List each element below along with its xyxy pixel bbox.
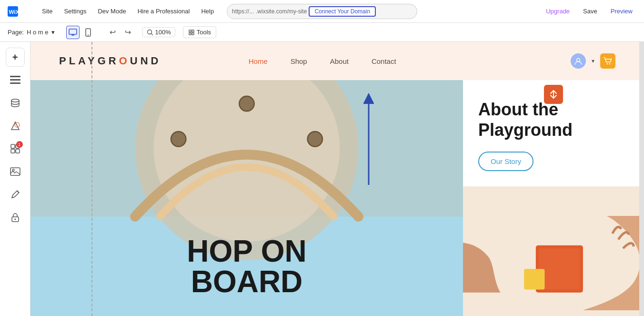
chevron-down-icon: ▾	[592, 58, 594, 64]
svg-point-16	[11, 99, 19, 102]
svg-point-26	[14, 219, 16, 220]
svg-rect-11	[189, 33, 191, 35]
svg-point-36	[171, 132, 186, 146]
svg-rect-12	[192, 33, 194, 35]
cart-icon[interactable]	[600, 53, 615, 69]
logo-highlight: O	[119, 55, 130, 67]
user-avatar[interactable]	[571, 53, 586, 69]
shapes-icon[interactable]	[6, 116, 25, 135]
desktop-icon[interactable]	[66, 26, 80, 39]
top-toolbar: WiX Site Settings Dev Mode Hire a Profes…	[0, 0, 644, 23]
nav-about[interactable]: About	[330, 57, 349, 65]
page-label: Page:	[8, 29, 24, 36]
about-title-line2: Playground	[478, 120, 573, 140]
wix-logo: WiX	[8, 6, 28, 17]
hero-left: HOP ON BOARD	[30, 80, 463, 316]
tools-button[interactable]: Tools	[183, 26, 216, 38]
svg-point-7	[147, 30, 151, 34]
toolbar-nav-devmode[interactable]: Dev Mode	[93, 6, 131, 17]
toolbar-right: Upgrade Save Preview	[542, 6, 636, 17]
hero-title-line1: HOP ON	[187, 236, 306, 266]
lock-icon[interactable]	[6, 208, 25, 227]
svg-rect-15	[10, 82, 20, 84]
nav-shop[interactable]: Shop	[291, 57, 307, 65]
site-content: PLAYGROUND Home Shop About Contact ▾	[30, 42, 644, 316]
nav-contact[interactable]: Contact	[372, 57, 396, 65]
site-nav: Home Shop About Contact	[249, 57, 396, 65]
svg-line-8	[151, 33, 153, 35]
site-logo: PLAYGROUND	[59, 55, 161, 67]
about-title: About the Playground	[478, 99, 629, 140]
svg-rect-22	[16, 149, 20, 153]
tools-label: Tools	[197, 29, 211, 36]
add-element-button[interactable]: +	[6, 48, 25, 67]
about-image	[463, 186, 644, 316]
canvas-area: PLAYGROUND Home Shop About Contact ▾	[30, 42, 644, 316]
svg-rect-2	[69, 29, 77, 34]
toolbar-nav-settings[interactable]: Settings	[59, 6, 91, 17]
chevron-down-icon: ▾	[51, 29, 55, 36]
svg-rect-13	[10, 76, 20, 77]
connect-domain-button[interactable]: Connect Your Domain	[309, 6, 376, 17]
hero-title-line2: BOARD	[187, 266, 306, 297]
svg-rect-10	[192, 30, 194, 32]
svg-point-29	[609, 63, 611, 65]
url-suffix: .wixsite.com/my-site	[256, 8, 307, 15]
device-icons	[66, 26, 95, 39]
our-story-button[interactable]: Our Story	[478, 152, 533, 171]
image-icon[interactable]	[6, 162, 25, 181]
svg-rect-9	[189, 30, 191, 32]
svg-point-28	[607, 63, 608, 65]
svg-rect-40	[524, 269, 544, 289]
page-selector[interactable]: Page: H o m e ▾	[8, 29, 55, 36]
svg-point-6	[88, 34, 89, 35]
apps-icon[interactable]: 1	[6, 139, 25, 158]
left-sidebar: +	[0, 42, 30, 316]
svg-rect-14	[10, 79, 20, 81]
url-bar: https://... .wixsite.com/my-site Connect…	[227, 4, 417, 19]
second-toolbar: Page: H o m e ▾ ↩ ↪ 100% Tools	[0, 23, 644, 42]
save-button[interactable]: Save	[579, 6, 601, 17]
dashed-margin-line	[91, 42, 92, 316]
undo-redo: ↩ ↪	[106, 26, 135, 39]
toolbar-nav-hire[interactable]: Hire a Professional	[133, 6, 195, 17]
svg-rect-39	[539, 248, 580, 290]
main-area: +	[0, 42, 644, 316]
site-header-right: ▾	[571, 53, 615, 69]
svg-point-34	[239, 96, 254, 111]
pen-icon[interactable]	[6, 185, 25, 204]
svg-rect-23	[10, 168, 20, 175]
site-header: PLAYGROUND Home Shop About Contact ▾	[30, 42, 644, 80]
zoom-level: 100%	[155, 29, 171, 36]
nav-home[interactable]: Home	[249, 57, 268, 65]
preview-button[interactable]: Preview	[607, 6, 636, 17]
hero-text: HOP ON BOARD	[187, 236, 306, 297]
page-name: H o m e	[27, 29, 49, 36]
svg-rect-19	[11, 144, 15, 148]
toolbar-nav-help[interactable]: Help	[196, 6, 219, 17]
swap-button[interactable]	[544, 85, 563, 104]
svg-point-24	[12, 169, 14, 171]
toolbar-nav-site[interactable]: Site	[37, 6, 57, 17]
url-prefix: https://...	[232, 8, 254, 15]
svg-rect-21	[11, 149, 15, 153]
hero-right: About the Playground Our Story	[463, 80, 644, 316]
database-icon[interactable]	[6, 93, 25, 112]
svg-text:WiX: WiX	[9, 9, 20, 15]
hero-section: HOP ON BOARD About the	[30, 80, 644, 316]
undo-button[interactable]: ↩	[106, 26, 120, 39]
upgrade-button[interactable]: Upgrade	[542, 6, 574, 17]
mobile-icon[interactable]	[81, 26, 95, 39]
layers-icon[interactable]	[6, 71, 25, 90]
zoom-control[interactable]: 100%	[142, 27, 175, 37]
apps-badge: 1	[16, 141, 23, 148]
redo-button[interactable]: ↪	[121, 26, 135, 39]
svg-point-35	[308, 132, 322, 146]
